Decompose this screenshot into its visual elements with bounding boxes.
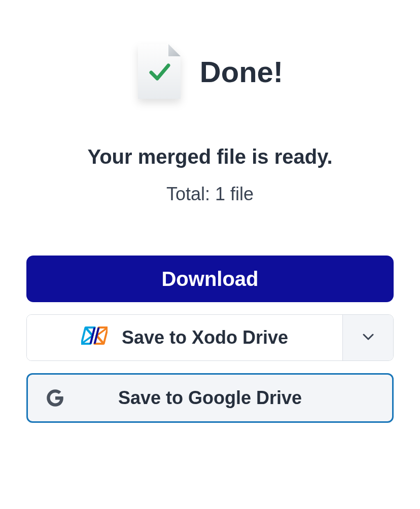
total-file-count: Total: 1 file <box>166 184 254 205</box>
document-checkmark-icon <box>137 43 182 100</box>
done-title: Done! <box>200 55 283 89</box>
save-xodo-label: Save to Xodo Drive <box>122 327 288 348</box>
save-xodo-dropdown-button[interactable] <box>342 315 393 360</box>
ready-message: Your merged file is ready. <box>87 146 332 168</box>
save-xodo-button[interactable]: Save to Xodo Drive <box>27 315 342 360</box>
xodo-icon <box>81 324 108 351</box>
download-button-label: Download <box>161 268 258 290</box>
save-xodo-button-group: Save to Xodo Drive <box>26 314 394 361</box>
done-header: Done! <box>137 43 283 100</box>
chevron-down-icon <box>363 334 374 342</box>
download-button[interactable]: Download <box>26 256 394 302</box>
google-icon <box>46 389 66 407</box>
save-google-drive-button[interactable]: Save to Google Drive <box>26 373 394 423</box>
action-buttons: Download Save to Xodo Drive <box>26 256 394 423</box>
save-google-drive-label: Save to Google Drive <box>118 387 302 409</box>
